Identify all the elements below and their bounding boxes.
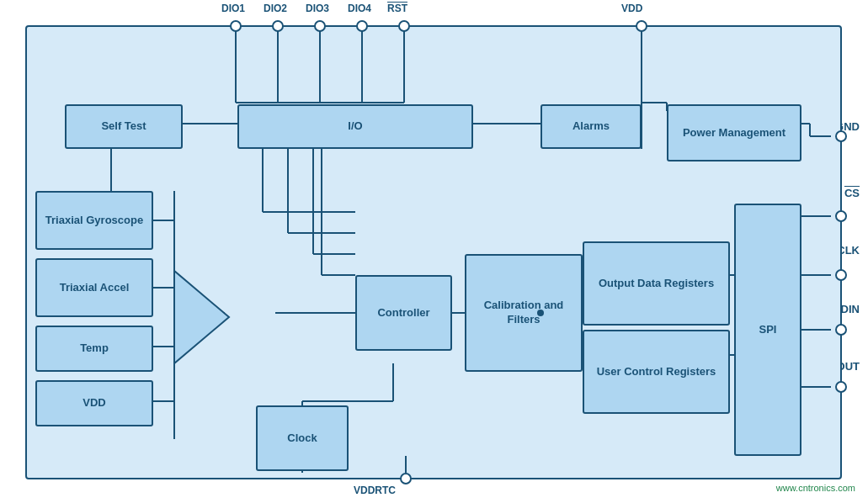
dio4-pin [356,20,368,32]
sclk-pin [835,269,847,281]
vddrtc-label: VDDRTC [354,484,396,496]
diagram-wrapper: DIO1 DIO2 DIO3 DIO4 RST VDD GND CS SCLK … [0,0,868,503]
vdd-top-pin [636,20,647,32]
alarms-block: Alarms [541,104,642,149]
self-test-block: Self Test [65,104,183,149]
vdd-sensor-block: VDD [35,380,153,426]
dio2-pin [272,20,284,32]
power-management-block: Power Management [667,104,801,161]
dio2-label: DIO2 [264,3,287,14]
triaxial-accel-block: Triaxial Accel [35,258,153,317]
dout-pin [835,381,847,393]
dio3-pin [314,20,326,32]
output-data-registers-block: Output Data Registers [583,241,730,326]
clock-block: Clock [256,405,349,471]
calibration-filters-block: Calibration and Filters [465,254,583,372]
website-label: www.cntronics.com [776,483,855,493]
dio1-pin [230,20,242,32]
dio3-label: DIO3 [306,3,329,14]
cs-label: CS [844,187,860,199]
gnd-pin [835,130,847,142]
junction-dot [537,310,544,316]
mux-shape [174,271,229,363]
din-label: DIN [841,303,860,315]
dio4-label: DIO4 [348,3,371,14]
triaxial-gyroscope-block: Triaxial Gyroscope [35,191,153,250]
vddrtc-pin [400,473,412,484]
user-control-registers-block: User Control Registers [583,330,730,414]
vdd-top-label: VDD [621,3,642,14]
din-pin [835,324,847,336]
io-block: I/O [237,104,473,149]
cs-pin [835,210,847,222]
rst-pin [398,20,410,32]
temp-block: Temp [35,326,153,372]
controller-block: Controller [355,275,452,351]
spi-block: SPI [734,204,801,456]
rst-label: RST [387,3,407,14]
dio1-label: DIO1 [221,3,245,14]
main-diagram-box: Self Test I/O Alarms Power Management Tr… [25,25,842,479]
